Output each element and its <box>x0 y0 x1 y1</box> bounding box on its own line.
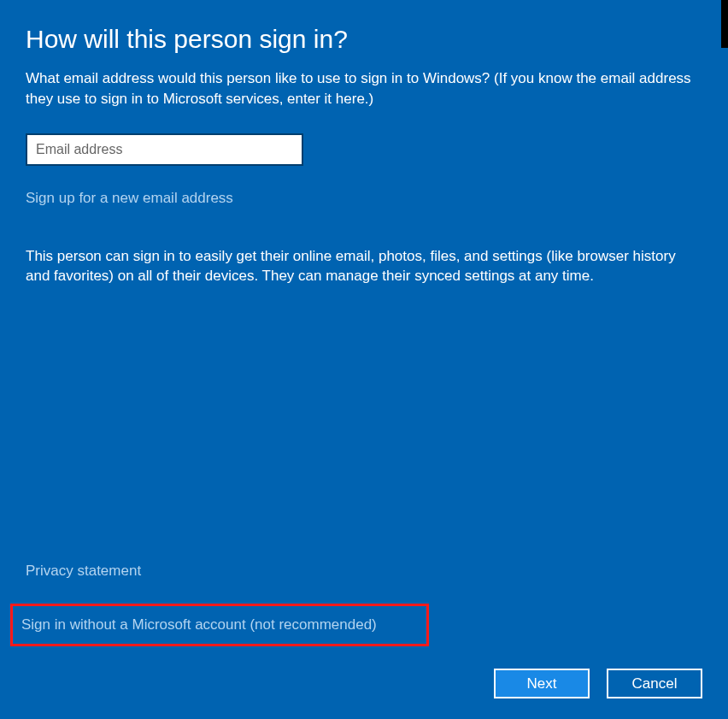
email-field[interactable] <box>26 133 303 166</box>
info-text: This person can sign in to easily get th… <box>26 246 702 287</box>
privacy-statement-link[interactable]: Privacy statement <box>26 563 429 580</box>
next-button[interactable]: Next <box>494 669 590 698</box>
signup-new-email-link[interactable]: Sign up for a new email address <box>26 190 233 207</box>
page-description: What email address would this person lik… <box>26 68 702 109</box>
cancel-button[interactable]: Cancel <box>607 669 702 698</box>
highlight-box: Sign in without a Microsoft account (not… <box>10 604 429 646</box>
scrollbar-thumb[interactable] <box>721 0 728 48</box>
page-title: How will this person sign in? <box>26 24 702 55</box>
sign-in-without-account-link[interactable]: Sign in without a Microsoft account (not… <box>21 616 377 633</box>
